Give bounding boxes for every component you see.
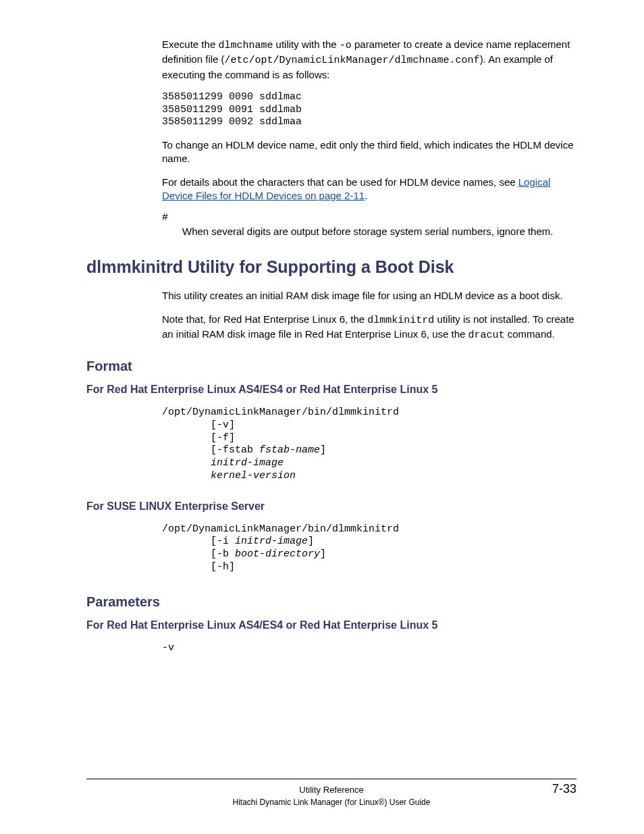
code-line: [-i — [162, 536, 235, 547]
paragraph-change: To change an HDLM device name, edit only… — [162, 138, 576, 166]
page-footer: Utility Reference 7-33 Hitachi Dynamic L… — [86, 779, 576, 807]
heading-parameters: Parameters — [86, 594, 576, 610]
code-line: ] — [308, 536, 314, 547]
footer-section-title: Utility Reference — [250, 785, 413, 795]
code-inline: dracut — [468, 330, 505, 341]
code-italic: kernel-version — [211, 470, 296, 481]
code-italic: fstab-name — [259, 444, 320, 456]
code-line: /opt/DynamicLinkManager/bin/dlmmkinitrd — [162, 407, 399, 418]
text: utility with the — [273, 38, 339, 50]
code-line: [-h] — [162, 561, 235, 573]
footer-doc-title: Hitachi Dynamic Link Manager (for Linux®… — [86, 798, 576, 807]
document-page: Execute the dlmchname utility with the -… — [0, 0, 644, 834]
code-inline: -o — [340, 40, 352, 51]
hash-symbol: # — [162, 212, 576, 224]
code-block-example: 3585011299 0090 sddlmac 3585011299 0091 … — [162, 91, 576, 129]
code-line: ] — [320, 548, 326, 560]
code-inline: dlmchname — [218, 40, 273, 51]
subheading-suse: For SUSE LINUX Enterprise Server — [86, 500, 576, 513]
footer-page-number: 7-33 — [413, 782, 576, 796]
heading-dlmmkinitrd: dlmmkinitrd Utility for Supporting a Boo… — [86, 257, 576, 277]
code-italic: initrd-image — [211, 457, 284, 469]
paragraph-details: For details about the characters that ca… — [162, 176, 576, 203]
code-block-suse: /opt/DynamicLinkManager/bin/dlmmkinitrd … — [162, 523, 576, 574]
code-line: [-f] — [162, 432, 235, 444]
paragraph-utility-desc: This utility creates an initial RAM disk… — [162, 289, 576, 303]
note-text: When several digits are output before st… — [182, 225, 576, 238]
heading-format: Format — [86, 359, 576, 374]
code-line: /opt/DynamicLinkManager/bin/dlmmkinitrd — [162, 523, 399, 535]
code-block-rhel: /opt/DynamicLinkManager/bin/dlmmkinitrd … — [162, 407, 576, 483]
text: Execute the — [162, 38, 218, 50]
text: Note that, for Red Hat Enterprise Linux … — [162, 313, 367, 325]
paragraph-rhel6-note: Note that, for Red Hat Enterprise Linux … — [162, 313, 576, 343]
subheading-rhel: For Red Hat Enterprise Linux AS4/ES4 or … — [86, 384, 576, 396]
code-line: ] — [320, 444, 326, 456]
code-line: [-v] — [162, 419, 235, 431]
paragraph-execute: Execute the dlmchname utility with the -… — [162, 38, 576, 82]
code-inline: /etc/opt/DynamicLinkManager/dlmchname.co… — [225, 55, 480, 66]
code-italic: boot-directory — [235, 548, 320, 560]
text: . — [365, 190, 367, 201]
code-italic: initrd-image — [235, 536, 308, 547]
code-inline: dlmmkinitrd — [367, 315, 434, 326]
footer-line: Utility Reference 7-33 — [86, 779, 576, 796]
param-v: -v — [162, 642, 576, 654]
subheading-params-rhel: For Red Hat Enterprise Linux AS4/ES4 or … — [86, 619, 576, 631]
text: For details about the characters that ca… — [162, 176, 518, 188]
text: command. — [505, 328, 555, 340]
code-line: [-fstab — [162, 444, 259, 456]
code-line: [-b — [162, 548, 235, 560]
